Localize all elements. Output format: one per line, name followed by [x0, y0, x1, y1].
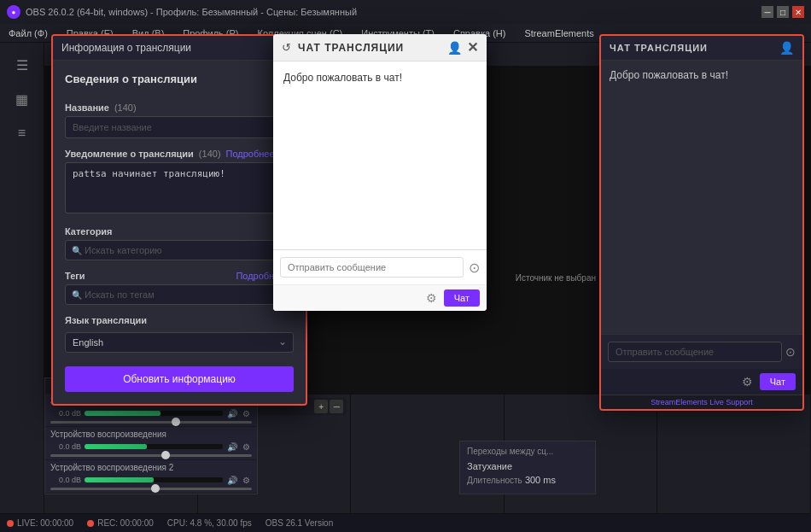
tags-input-wrap: 🔍	[65, 284, 294, 305]
left-sidebar: ☰ ▦ ≡	[0, 43, 44, 513]
mixer-track-2-slider-thumb[interactable]	[161, 451, 170, 459]
rec-time: REC: 00:00:00	[97, 518, 154, 528]
rec-indicator	[87, 520, 94, 527]
chat-center-welcome: Добро пожаловать в чат!	[283, 72, 402, 84]
mixer-track-1-slider-track[interactable]	[50, 421, 252, 424]
streamelements-support-link[interactable]: StreamElements Live Support	[601, 395, 802, 409]
chat-right-body: Добро пожаловать в чат!	[601, 61, 802, 334]
obs-version-text: OBS 26.1 Version	[265, 518, 334, 528]
lang-select-wrap: English	[65, 332, 294, 353]
mixer-track-1-settings[interactable]: ⚙	[240, 407, 252, 419]
chat-center-title: ЧАТ ТРАНСЛЯЦИИ	[298, 42, 404, 54]
chat-right-send-icon[interactable]: ⊙	[785, 345, 796, 359]
chat-person-icon[interactable]: 👤	[447, 41, 462, 55]
chat-center-close[interactable]: ✕	[467, 39, 478, 56]
window-title: OBS 26.0.2 (64-bit, windows) - Профиль: …	[26, 7, 357, 17]
menu-file[interactable]: Файл (Ф)	[5, 26, 51, 40]
close-button[interactable]: ✕	[792, 6, 804, 18]
tags-input[interactable]	[65, 284, 294, 305]
chat-title-bar-left: ↺ ЧАТ ТРАНСЛЯЦИИ	[282, 41, 404, 54]
category-input-wrap: 🔍	[65, 240, 294, 260]
sidebar-filter-icon[interactable]: ≡	[7, 118, 38, 149]
chat-center-chat-button[interactable]: Чат	[444, 289, 480, 307]
chat-right-message-input[interactable]	[608, 342, 782, 362]
lang-select[interactable]: English	[65, 332, 294, 353]
mixer-track-3-row: 0.0 dB 🔊 ⚙	[50, 474, 252, 486]
broadcast-section-title: Сведения о трансляции	[65, 73, 294, 85]
mixer-track-2-slider	[50, 454, 252, 457]
name-field-label: Название (140)	[65, 102, 294, 113]
transition-duration-value: 300 ms	[525, 475, 556, 485]
window-controls: ─ □ ✕	[761, 6, 804, 18]
maximize-button[interactable]: □	[777, 6, 789, 18]
tags-field-label: Теги Подробности	[65, 271, 294, 281]
notification-textarea[interactable]: pattsa начинает трансляцию!	[65, 162, 294, 213]
mixer-track-2-bar-green	[85, 444, 147, 449]
chat-right-bottom-bar: ⚙ Чат	[601, 369, 802, 395]
tags-search-icon: 🔍	[72, 290, 82, 300]
notification-link[interactable]: Подробнее	[226, 149, 275, 159]
lang-field-label: Язык трансляции	[65, 315, 294, 325]
controls-panel	[657, 395, 811, 513]
mixer-track-2-name: Устройство воспроизведения	[50, 430, 204, 439]
sidebar-scene-icon[interactable]: ▦	[7, 84, 38, 114]
chat-center-bottom-bar: ⚙ Чат	[273, 284, 487, 311]
status-obs-version: OBS 26.1 Version	[265, 518, 334, 528]
chat-right-input-area: ⊙	[601, 334, 802, 369]
chat-right-title: ЧАТ ТРАНСЛЯЦИИ	[610, 43, 708, 53]
mixer-track-1-db: 0.0 dB	[50, 409, 81, 418]
mixer-track-3-db: 0.0 dB	[50, 476, 81, 484]
transition-overlay: Переходы между сц... Затухание Длительно…	[459, 441, 596, 494]
broadcast-dialog-body: Сведения о трансляции Название (140) Уве…	[53, 61, 306, 404]
mixer-track-1-bar-green	[85, 411, 160, 416]
mixer-track-3-bar	[85, 477, 223, 482]
update-button[interactable]: Обновить информацию	[65, 366, 294, 392]
lang-field-group: Язык трансляции English	[65, 315, 294, 353]
live-time: LIVE: 00:00:00	[17, 518, 73, 528]
source-add-button[interactable]: +	[314, 400, 328, 413]
chat-right-titlebar: ЧАТ ТРАНСЛЯЦИИ 👤	[601, 36, 802, 61]
chat-center-titlebar: ↺ ЧАТ ТРАНСЛЯЦИИ 👤 ✕	[273, 34, 487, 61]
name-input[interactable]	[65, 116, 294, 138]
chat-right-welcome: Добро пожаловать в чат!	[610, 69, 728, 81]
chat-center-body: Добро пожаловать в чат!	[273, 61, 487, 249]
category-field-label: Категория	[65, 226, 294, 237]
mixer-track-2-settings[interactable]: ⚙	[240, 441, 252, 453]
mixer-track-3-mute[interactable]: 🔊	[226, 474, 238, 486]
mixer-track-3-settings[interactable]: ⚙	[240, 474, 252, 486]
mixer-track-1-icons: 🔊 ⚙	[226, 407, 252, 419]
notification-field-group: Уведомление о трансляции (140) Подробнее…	[65, 149, 294, 216]
status-bar: LIVE: 00:00:00 REC: 00:00:00 CPU: 4.8 %,…	[0, 513, 811, 532]
mixer-track-2-db: 0.0 dB	[50, 442, 81, 451]
chat-center-send-icon[interactable]: ⊙	[469, 260, 480, 276]
tags-field-group: Теги Подробности 🔍	[65, 271, 294, 305]
chat-center-input-area: ⊙	[273, 249, 487, 284]
chat-right-settings-icon[interactable]: ⚙	[742, 375, 753, 389]
chat-right-chat-button[interactable]: Чат	[760, 373, 796, 390]
minimize-button[interactable]: ─	[761, 6, 773, 18]
mixer-track-1-bar	[85, 411, 223, 416]
chat-center-title-icons: 👤 ✕	[447, 39, 478, 56]
mixer-track-3-slider-track[interactable]	[50, 488, 252, 490]
mixer-track-1-slider-thumb[interactable]	[172, 418, 180, 426]
transition-fade-field: Затухание	[467, 461, 588, 471]
chat-center-settings-icon[interactable]: ⚙	[426, 291, 437, 305]
mixer-track-2-bar	[85, 444, 223, 449]
category-input[interactable]	[65, 240, 294, 260]
notification-field-label: Уведомление о трансляции (140) Подробнее	[65, 149, 294, 159]
menu-streamelements[interactable]: StreamElements	[521, 26, 597, 40]
chat-center-message-input[interactable]	[280, 257, 464, 278]
mixer-track-2-mute[interactable]: 🔊	[226, 441, 238, 453]
obs-window: ● OBS 26.0.2 (64-bit, windows) - Профиль…	[0, 0, 811, 532]
mixer-track-2-slider-track[interactable]	[50, 454, 252, 457]
category-field-group: Категория 🔍	[65, 226, 294, 260]
mixer-track-1-mute[interactable]: 🔊	[226, 407, 238, 419]
mixer-track-3-slider-thumb[interactable]	[151, 484, 160, 493]
broadcast-info-dialog: Информация о трансляции ✕ Сведения о тра…	[51, 34, 307, 406]
sidebar-menu-icon[interactable]: ☰	[7, 50, 38, 80]
chat-center-dialog: ↺ ЧАТ ТРАНСЛЯЦИИ 👤 ✕ Добро пожаловать в …	[273, 34, 487, 311]
chat-refresh-icon[interactable]: ↺	[282, 41, 291, 54]
chat-right-panel: ЧАТ ТРАНСЛЯЦИИ 👤 Добро пожаловать в чат!…	[599, 34, 804, 411]
source-remove-button[interactable]: ─	[330, 400, 343, 413]
transition-title: Переходы между сц...	[467, 447, 588, 456]
